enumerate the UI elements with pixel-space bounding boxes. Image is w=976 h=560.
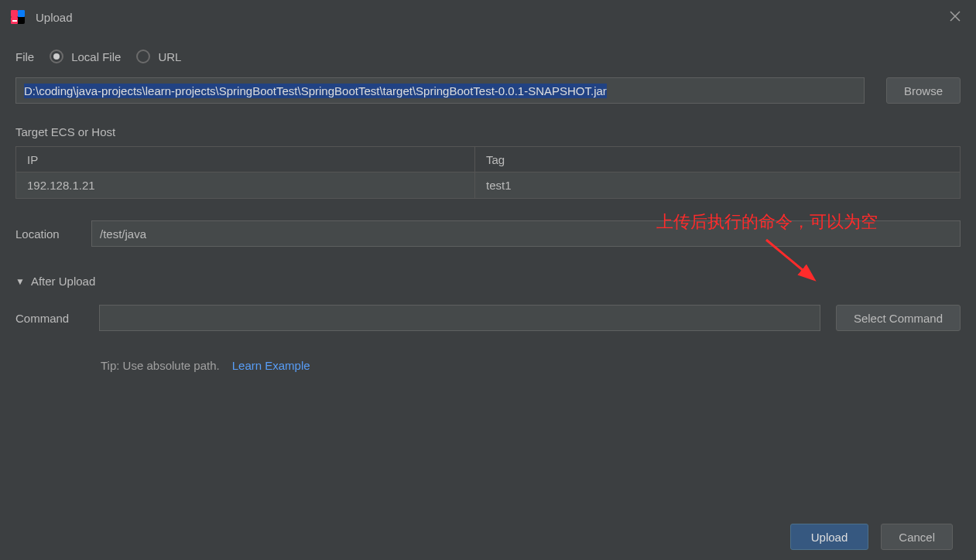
location-input[interactable]	[91, 220, 961, 247]
column-header-tag[interactable]: Tag	[475, 147, 960, 172]
table-row[interactable]: 192.128.1.21 test1	[16, 172, 960, 198]
radio-indicator-checked-icon	[50, 50, 63, 63]
tip-row: Tip: Use absolute path. Learn Example	[101, 359, 961, 372]
chevron-down-icon: ▼	[15, 276, 25, 287]
file-path-row: D:\coding\java-projects\learn-projects\S…	[15, 77, 961, 104]
close-icon[interactable]	[950, 11, 961, 25]
tip-text: Tip: Use absolute path.	[101, 359, 220, 372]
file-source-row: File Local File URL	[15, 50, 961, 63]
target-table: IP Tag 192.128.1.21 test1	[15, 146, 961, 199]
cell-ip: 192.128.1.21	[16, 172, 475, 198]
location-label: Location	[15, 227, 70, 241]
table-header-row: IP Tag	[16, 147, 960, 172]
browse-button[interactable]: Browse	[886, 77, 961, 104]
after-upload-label: After Upload	[31, 275, 95, 288]
radio-indicator-icon	[136, 50, 150, 63]
intellij-icon	[11, 10, 25, 24]
svg-rect-4	[12, 20, 17, 22]
url-radio[interactable]: URL	[136, 50, 181, 63]
dialog-footer: Upload Cancel	[0, 514, 976, 560]
svg-rect-2	[18, 10, 25, 17]
location-row: Location	[15, 220, 961, 247]
cell-tag: test1	[475, 172, 960, 198]
target-section-label: Target ECS or Host	[15, 125, 961, 138]
title-bar: Upload	[0, 0, 976, 34]
upload-button[interactable]: Upload	[790, 524, 869, 550]
select-command-button[interactable]: Select Command	[836, 305, 961, 331]
column-header-ip[interactable]: IP	[16, 147, 475, 172]
command-row: Command Select Command	[15, 305, 961, 331]
svg-rect-1	[11, 10, 18, 17]
file-path-input[interactable]: D:\coding\java-projects\learn-projects\S…	[15, 77, 865, 104]
local-file-label: Local File	[71, 50, 121, 63]
url-label: URL	[158, 50, 181, 63]
learn-example-link[interactable]: Learn Example	[232, 359, 310, 372]
command-input[interactable]	[99, 305, 820, 331]
local-file-radio[interactable]: Local File	[50, 50, 121, 63]
cancel-button[interactable]: Cancel	[881, 524, 953, 550]
command-label: Command	[15, 312, 84, 325]
after-upload-toggle[interactable]: ▼ After Upload	[15, 275, 961, 288]
file-path-value: D:\coding\java-projects\learn-projects\S…	[24, 84, 607, 98]
dialog-title: Upload	[36, 11, 73, 24]
file-label: File	[15, 50, 34, 63]
